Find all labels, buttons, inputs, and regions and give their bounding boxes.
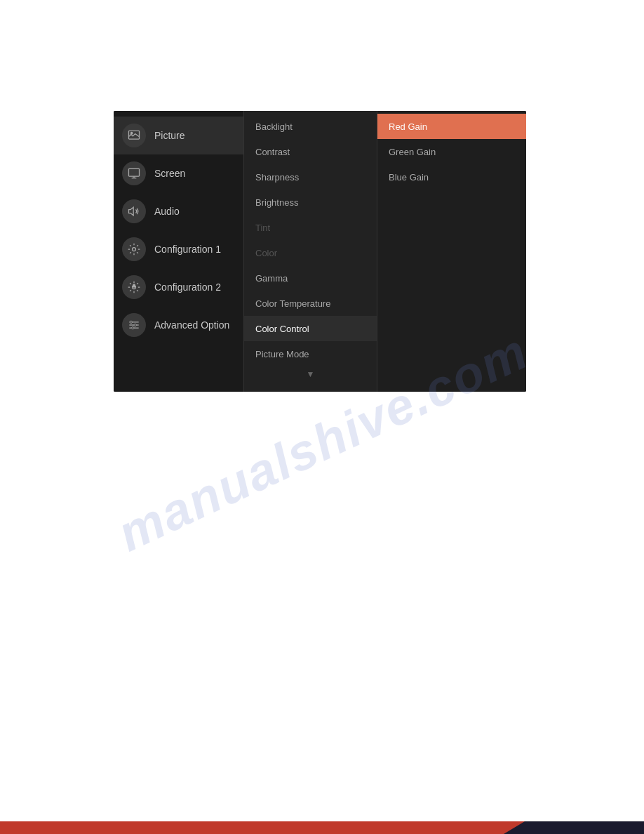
middle-item-contrast[interactable]: Contrast — [244, 139, 377, 164]
svg-point-6 — [133, 248, 136, 251]
bottom-bar — [0, 821, 644, 834]
scroll-down-indicator[interactable]: ▼ — [244, 366, 377, 382]
audio-icon — [122, 199, 146, 223]
sidebar-label-audio: Audio — [154, 206, 180, 217]
middle-item-color-control[interactable]: Color Control — [244, 316, 377, 341]
svg-point-12 — [130, 321, 132, 323]
sidebar-label-picture: Picture — [154, 130, 185, 141]
svg-text:3: 3 — [133, 284, 135, 288]
middle-item-gamma[interactable]: Gamma — [244, 265, 377, 291]
right-item-red-gain[interactable]: Red Gain — [377, 114, 526, 139]
sidebar-item-config2[interactable]: 3 Configuration 2 — [114, 268, 243, 306]
svg-rect-2 — [129, 168, 140, 176]
middle-item-sharpness[interactable]: Sharpness — [244, 164, 377, 190]
sidebar-item-config1[interactable]: Configuration 1 — [114, 230, 243, 268]
right-column: Red Gain Green Gain Blue Gain — [377, 111, 526, 392]
middle-column: Backlight Contrast Sharpness Brightness … — [243, 111, 377, 392]
middle-item-picture-mode[interactable]: Picture Mode — [244, 341, 377, 366]
svg-point-1 — [130, 132, 133, 134]
right-item-green-gain[interactable]: Green Gain — [377, 139, 526, 164]
page-background: manualshive.com Picture — [0, 0, 644, 834]
svg-point-13 — [134, 324, 136, 326]
svg-point-14 — [132, 327, 134, 329]
sidebar-label-config1: Configuration 1 — [154, 244, 221, 255]
middle-item-backlight[interactable]: Backlight — [244, 114, 377, 139]
sidebar-label-config2: Configuration 2 — [154, 282, 221, 293]
middle-item-color-temperature[interactable]: Color Temperature — [244, 291, 377, 316]
middle-item-tint: Tint — [244, 215, 377, 240]
sidebar-item-advanced[interactable]: Advanced Option — [114, 306, 243, 344]
advanced-icon — [122, 313, 146, 337]
right-item-blue-gain[interactable]: Blue Gain — [377, 164, 526, 190]
config2-icon: 3 — [122, 275, 146, 299]
config1-icon — [122, 237, 146, 261]
bottom-bar-accent — [504, 821, 644, 834]
sidebar-item-audio[interactable]: Audio — [114, 192, 243, 230]
sidebar: Picture Screen — [114, 111, 243, 392]
screen-icon — [122, 161, 146, 185]
picture-icon — [122, 124, 146, 147]
sidebar-label-advanced: Advanced Option — [154, 319, 229, 331]
sidebar-label-screen: Screen — [154, 168, 185, 179]
sidebar-item-picture[interactable]: Picture — [114, 117, 243, 154]
menu-container: Picture Screen — [114, 111, 526, 392]
svg-marker-5 — [129, 207, 134, 216]
sidebar-item-screen[interactable]: Screen — [114, 154, 243, 192]
middle-item-color: Color — [244, 240, 377, 265]
middle-item-brightness[interactable]: Brightness — [244, 190, 377, 215]
